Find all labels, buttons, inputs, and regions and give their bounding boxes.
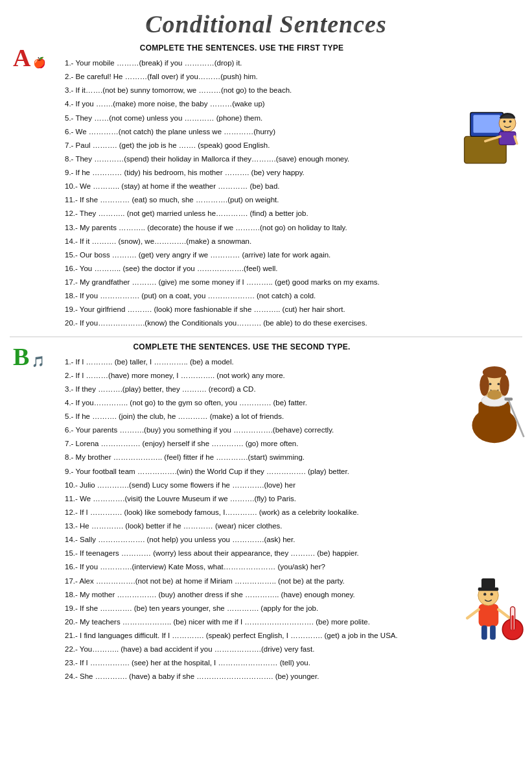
list-item: 8.- They …………(spend) their holiday in Ma… — [65, 152, 432, 165]
list-item: 9.- If he ………… (tidy) his bedroom, his m… — [65, 166, 432, 179]
list-item: 4.- If you …….(make) more noise, the bab… — [65, 97, 432, 110]
list-item: 7.- Lorena ……………. (enjoy) herself if she… — [65, 437, 432, 450]
list-item: 6.- Your parents ……….(buy) you something… — [65, 423, 432, 436]
section-a-header: COMPLETE THE SENTENCES. USE THE FIRST TY… — [45, 43, 438, 53]
list-item: 2.- If I ………(have) more money, I ………….. … — [65, 369, 432, 382]
svg-rect-2 — [473, 115, 500, 133]
svg-rect-21 — [479, 604, 499, 626]
list-item: 13.- He …………. (look) better if he ………… (… — [65, 519, 432, 532]
svg-rect-33 — [490, 626, 496, 640]
svg-rect-20 — [504, 397, 513, 401]
list-item: 10.- We ……….. (stay) at home if the weat… — [65, 180, 432, 193]
svg-point-16 — [489, 383, 492, 385]
svg-rect-32 — [481, 626, 487, 640]
list-item: 22.- You……….. (have) a bad accident if y… — [65, 643, 432, 656]
list-item: 9.- Your football team …………….(win) the W… — [65, 465, 432, 478]
svg-line-27 — [467, 610, 479, 618]
list-item: 15.- Our boss ………. (get) very angry if w… — [65, 248, 432, 261]
list-item: 6.- We …………(not catch) the plane unless … — [65, 125, 432, 138]
list-item: 11.- We ………….(visit) the Louvre Museum i… — [65, 492, 432, 505]
list-item: 4.- If you………….. (not go) to the gym so … — [65, 396, 432, 409]
list-item: 15.- If teenagers ………… (worry) less abou… — [65, 547, 432, 560]
list-item: 3.- If it…….(not be) sunny tomorrow, we … — [65, 84, 432, 97]
svg-rect-26 — [481, 578, 495, 589]
list-item: 16.- You ……….. (see) the doctor if you …… — [65, 262, 432, 275]
page-title: Conditional Sentences — [10, 10, 522, 38]
svg-rect-31 — [511, 615, 514, 632]
section-b-sentences: 1.- If I ……….. (be) taller, I ………….. (be… — [65, 355, 432, 683]
section-a: A 🍎 COMPLETE THE SENTENCES. USE THE FIRS… — [10, 43, 522, 330]
list-item: 3.- If they ……….(play) better, they ……….… — [65, 383, 432, 396]
list-item: 8.- My brother ……………….. (feel) fitter if… — [65, 451, 432, 464]
list-item: 5.- If he ………. (join) the club, he ………… … — [65, 410, 432, 423]
list-item: 23.- If I ……………. (see) her at the hospit… — [65, 656, 432, 669]
list-item: 14.- Sally ………………. (not help) you unless… — [65, 533, 432, 546]
list-item: 19.- Your girlfriend ………. (look) more fa… — [65, 303, 432, 316]
list-item: 1.- Your mobile ………(break) if you …………(d… — [65, 56, 432, 69]
illustration-computer — [451, 101, 526, 178]
svg-line-28 — [498, 610, 510, 618]
list-item: 18.- My mother ……………. (buy) another dres… — [65, 588, 432, 601]
svg-point-8 — [509, 120, 512, 123]
list-item: 21.- I find languages difficult. If I ……… — [65, 629, 432, 642]
list-item: 1.- If I ……….. (be) taller, I ………….. (be… — [65, 355, 432, 368]
svg-point-24 — [491, 593, 493, 595]
svg-point-17 — [498, 383, 500, 385]
list-item: 20.- If you……………….(know) the Conditional… — [65, 316, 432, 329]
list-item: 2.- Be careful! He ………(fall over) if you… — [65, 70, 432, 83]
svg-point-18 — [487, 390, 502, 399]
list-item: 14.- If it ………. (snow), we………….(make) a … — [65, 235, 432, 248]
list-item: 18.- If you ……………. (put) on a coat, you … — [65, 289, 432, 302]
list-item: 17.- My grandfather ………. (give) me some … — [65, 276, 432, 289]
section-a-label: A 🍎 — [13, 43, 46, 72]
list-item: 19.- If she …………. (be) ten years younger… — [65, 602, 432, 615]
list-item: 13.- My parents ……….. (decorate) the hou… — [65, 221, 432, 234]
list-item: 10.- Julio ………….(send) Lucy some flowers… — [65, 479, 432, 492]
list-item: 12.- If I …………. (look) like somebody fam… — [65, 506, 432, 519]
illustration-shakespeare — [462, 353, 527, 444]
section-a-sentences: 1.- Your mobile ………(break) if you …………(d… — [65, 56, 432, 330]
list-item: 7.- Paul ………. (get) the job is he ……. (s… — [65, 139, 432, 152]
illustration-thermometer — [459, 571, 527, 648]
list-item: 5.- They ……(not come) unless you ………… (p… — [65, 112, 432, 124]
list-item: 17.- Alex …………….(not not be) at home if … — [65, 574, 432, 587]
svg-point-23 — [483, 593, 486, 595]
section-divider — [10, 337, 522, 337]
list-item: 16.- If you ………….(interview) Kate Moss, … — [65, 560, 432, 573]
list-item: 20.- My teachers ……………….. (be) nicer wit… — [65, 615, 432, 628]
list-item: 11.- If she ………… (eat) so much, she …………… — [65, 193, 432, 206]
svg-point-15 — [500, 375, 509, 396]
list-item: 24.- She …………. (have) a baby if she …………… — [65, 670, 432, 683]
svg-point-14 — [480, 375, 489, 396]
list-item: 12.- They ……….. (not get) married unless… — [65, 207, 432, 220]
section-b-header: COMPLETE THE SENTENCES. USE THE SECOND T… — [45, 342, 438, 351]
svg-rect-4 — [499, 132, 516, 145]
svg-point-7 — [503, 120, 506, 123]
section-b-label: B 🎵 — [13, 342, 45, 371]
section-b: B 🎵 COMPLETE THE SENTENCES. USE THE SECO… — [10, 342, 522, 683]
